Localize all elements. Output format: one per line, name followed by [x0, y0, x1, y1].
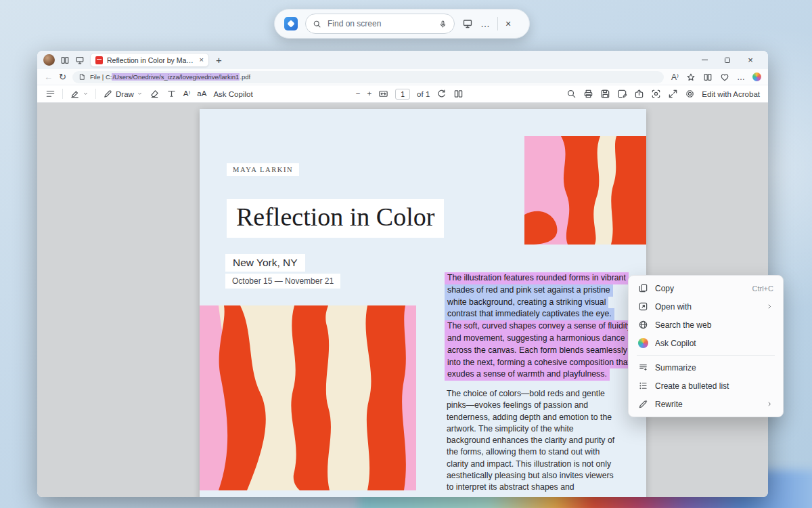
- window-controls: ×: [693, 51, 762, 69]
- copilot-vision-icon: [284, 17, 298, 30]
- menu-item-create-a-bulleted-list[interactable]: Create a bulleted list: [631, 377, 780, 395]
- document-title: Reflection in Color: [227, 199, 444, 238]
- menu-item-summarize[interactable]: Summarize: [631, 358, 780, 377]
- search-document-icon[interactable]: [566, 89, 577, 99]
- search-icon: [313, 20, 321, 28]
- address-bar-actions: A⁾ …: [671, 72, 761, 82]
- screen-share-icon[interactable]: [462, 18, 473, 29]
- menu-item-search-the-web[interactable]: Search the web: [631, 316, 780, 334]
- edit-with-acrobat-button[interactable]: Edit with Acrobat: [702, 90, 760, 98]
- tab-close-icon[interactable]: ×: [200, 56, 204, 64]
- page-view-icon[interactable]: [453, 89, 464, 99]
- minimize-button[interactable]: [693, 51, 716, 69]
- screenshot-icon[interactable]: [651, 89, 661, 99]
- chevron-down-icon: [83, 91, 89, 97]
- highlighted-text-line[interactable]: The soft, curved shapes convey a sense o…: [445, 320, 634, 333]
- draw-tool-button[interactable]: Draw: [103, 89, 143, 99]
- divider: [95, 89, 96, 99]
- settings-gear-icon[interactable]: [685, 89, 695, 99]
- body-paragraph: The choice of colors—bold reds and gentl…: [447, 388, 616, 494]
- highlighted-text-line[interactable]: contrast that immediately captivates the…: [445, 308, 614, 320]
- find-on-screen-widget: … ×: [274, 9, 530, 39]
- find-on-screen-input[interactable]: [326, 18, 434, 29]
- document-dates: October 15 — November 21: [225, 274, 340, 289]
- rewrite-icon: [638, 399, 648, 409]
- copilot-icon[interactable]: [752, 72, 761, 81]
- table-of-contents-icon[interactable]: [45, 89, 55, 99]
- workspaces-icon[interactable]: [75, 56, 85, 65]
- address-url: File | C:/Users/Onedrive/s_izza/lovegive…: [90, 73, 250, 81]
- translate-icon[interactable]: aA: [197, 90, 206, 98]
- highlighted-text-line[interactable]: white background, creating a striking vi…: [445, 297, 608, 309]
- tab-reflection-in-color[interactable]: Reflection in Color by Maya Larkin ×: [90, 53, 209, 67]
- highlighter-icon: [70, 89, 80, 99]
- chevron-down-icon: [137, 91, 143, 97]
- profile-avatar[interactable]: [43, 54, 55, 66]
- document-location: New York, NY: [225, 254, 305, 272]
- highlighted-text-line[interactable]: across the canvas. Each form blends seam…: [445, 345, 630, 357]
- menu-item-copy[interactable]: CopyCtrl+C: [631, 279, 780, 297]
- settings-more-icon[interactable]: …: [737, 73, 745, 81]
- refresh-icon[interactable]: ↻: [59, 72, 66, 81]
- fit-to-width-icon[interactable]: [378, 89, 388, 99]
- draw-label: Draw: [116, 90, 134, 98]
- copilot-icon: [638, 338, 648, 348]
- tab-actions-icon[interactable]: [60, 56, 70, 65]
- highlight-tool-button[interactable]: [70, 89, 89, 99]
- menu-item-label: Ask Copilot: [655, 339, 773, 348]
- microphone-icon[interactable]: [438, 20, 447, 28]
- ask-copilot-button[interactable]: Ask Copilot: [213, 90, 252, 98]
- share-icon[interactable]: [634, 89, 644, 99]
- close-icon[interactable]: ×: [505, 19, 511, 28]
- back-icon[interactable]: ←: [44, 72, 53, 81]
- address-field[interactable]: File | C:/Users/Onedrive/s_izza/lovegive…: [72, 71, 664, 83]
- print-icon[interactable]: [583, 89, 593, 99]
- read-aloud-icon[interactable]: A⁾: [183, 90, 191, 98]
- page-count-label: of 1: [417, 90, 430, 98]
- highlighted-text-line[interactable]: exudes a sense of warmth and playfulness…: [445, 368, 610, 381]
- favorites-star-icon[interactable]: [686, 72, 696, 82]
- read-aloud-icon[interactable]: A⁾: [671, 73, 679, 81]
- summarize-icon: [638, 362, 648, 373]
- eraser-icon[interactable]: [150, 89, 160, 99]
- document-page: MAYA LARKIN Reflection in Color New York…: [200, 109, 646, 497]
- menu-separator: [637, 355, 775, 356]
- highlighted-text-line[interactable]: shades of red and pink set against a pri…: [445, 284, 613, 297]
- menu-item-rewrite[interactable]: Rewrite: [631, 395, 780, 413]
- ask-copilot-label: Ask Copilot: [213, 90, 252, 98]
- zoom-out-icon[interactable]: −: [356, 90, 361, 98]
- globe-icon: [638, 320, 648, 330]
- pen-icon: [103, 89, 113, 99]
- desktop: … × Reflection in Color by Maya Larkin ×…: [0, 0, 812, 508]
- menu-item-label: Search the web: [655, 320, 773, 330]
- highlighted-text-line[interactable]: and movement, suggesting a harmonious da…: [445, 333, 628, 345]
- fullscreen-icon[interactable]: [668, 89, 678, 99]
- rotate-icon[interactable]: [436, 89, 447, 99]
- highlighted-paragraph[interactable]: The illustration features rounded forms …: [445, 272, 634, 381]
- menu-item-ask-copilot[interactable]: Ask Copilot: [631, 334, 780, 352]
- browser-essentials-icon[interactable]: [720, 72, 729, 82]
- menu-item-label: Copy: [655, 284, 746, 293]
- menu-item-open-with[interactable]: Open with: [631, 297, 780, 316]
- find-on-screen-search-box[interactable]: [305, 14, 455, 34]
- menu-item-label: Summarize: [655, 363, 773, 373]
- window-close-button[interactable]: ×: [739, 51, 762, 69]
- highlighted-text-line[interactable]: The illustration features rounded forms …: [445, 272, 629, 284]
- text-select-icon[interactable]: [166, 89, 177, 99]
- zoom-in-icon[interactable]: +: [367, 90, 371, 98]
- menu-item-label: Open with: [655, 302, 759, 312]
- browser-window: Reflection in Color by Maya Larkin × + ×…: [37, 51, 768, 497]
- pdf-toolbar: Draw A⁾ aA Ask Copilot − + of 1: [37, 85, 768, 103]
- maximize-button[interactable]: [716, 51, 739, 69]
- save-icon[interactable]: [600, 89, 610, 99]
- menu-shortcut: Ctrl+C: [752, 284, 773, 293]
- split-screen-icon[interactable]: [703, 72, 713, 82]
- divider: [497, 17, 498, 30]
- more-options-icon[interactable]: …: [480, 19, 490, 28]
- artwork-top-right: [524, 136, 646, 245]
- pdf-favicon: [95, 56, 103, 64]
- save-as-icon[interactable]: [617, 89, 627, 99]
- highlighted-text-line[interactable]: into the next, forming a cohesive compos…: [445, 357, 633, 369]
- new-tab-button[interactable]: +: [216, 55, 222, 65]
- page-number-input[interactable]: [395, 89, 410, 100]
